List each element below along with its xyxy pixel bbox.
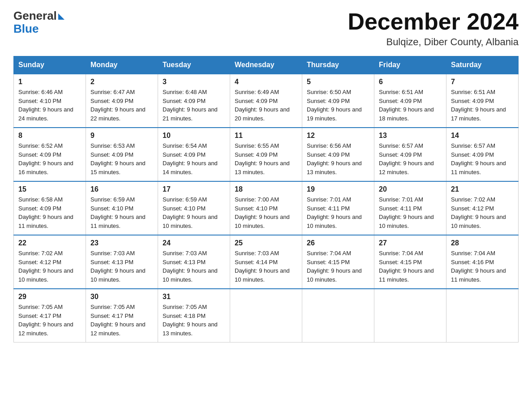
day-info: Sunrise: 7:01 AMSunset: 4:11 PMDaylight:…	[307, 195, 369, 230]
day-number: 26	[307, 239, 369, 247]
day-info: Sunrise: 7:00 AMSunset: 4:10 PMDaylight:…	[235, 195, 297, 230]
day-number: 28	[451, 239, 514, 247]
calendar-day: 31Sunrise: 7:05 AMSunset: 4:18 PMDayligh…	[158, 289, 230, 342]
day-number: 29	[18, 293, 81, 301]
day-header-tuesday: Tuesday	[158, 56, 230, 74]
calendar-day: 13Sunrise: 6:57 AMSunset: 4:09 PMDayligh…	[374, 128, 446, 181]
day-number: 2	[90, 78, 153, 86]
day-number: 3	[163, 78, 225, 86]
day-number: 7	[451, 78, 514, 86]
day-info: Sunrise: 7:03 AMSunset: 4:13 PMDaylight:…	[163, 249, 225, 284]
calendar-day: 15Sunrise: 6:58 AMSunset: 4:09 PMDayligh…	[14, 181, 86, 235]
calendar-week-1: 1Sunrise: 6:46 AMSunset: 4:10 PMDaylight…	[14, 74, 519, 128]
day-info: Sunrise: 6:49 AMSunset: 4:09 PMDaylight:…	[235, 88, 297, 123]
calendar-day: 10Sunrise: 6:54 AMSunset: 4:09 PMDayligh…	[158, 128, 230, 181]
day-number: 4	[235, 78, 297, 86]
day-info: Sunrise: 6:48 AMSunset: 4:09 PMDaylight:…	[163, 88, 225, 123]
day-info: Sunrise: 7:02 AMSunset: 4:12 PMDaylight:…	[451, 195, 514, 230]
calendar-day	[374, 289, 446, 342]
day-number: 12	[307, 132, 369, 140]
day-info: Sunrise: 7:03 AMSunset: 4:14 PMDaylight:…	[235, 249, 297, 284]
day-number: 5	[307, 78, 369, 86]
day-number: 17	[163, 185, 225, 193]
calendar-day: 9Sunrise: 6:53 AMSunset: 4:09 PMDaylight…	[86, 128, 158, 181]
day-info: Sunrise: 6:59 AMSunset: 4:10 PMDaylight:…	[90, 195, 153, 230]
day-info: Sunrise: 6:51 AMSunset: 4:09 PMDaylight:…	[379, 88, 442, 123]
calendar-week-2: 8Sunrise: 6:52 AMSunset: 4:09 PMDaylight…	[14, 128, 519, 181]
calendar-day	[302, 289, 374, 342]
page-header: General Blue December 2024 Bulqize, Dibe…	[13, 9, 519, 48]
logo: General Blue	[13, 9, 64, 36]
days-header-row: SundayMondayTuesdayWednesdayThursdayFrid…	[14, 56, 519, 74]
day-info: Sunrise: 7:02 AMSunset: 4:12 PMDaylight:…	[18, 249, 81, 284]
day-info: Sunrise: 6:50 AMSunset: 4:09 PMDaylight:…	[307, 88, 369, 123]
day-info: Sunrise: 6:53 AMSunset: 4:09 PMDaylight:…	[90, 141, 153, 176]
calendar-week-4: 22Sunrise: 7:02 AMSunset: 4:12 PMDayligh…	[14, 235, 519, 289]
logo-triangle-icon	[58, 13, 64, 20]
calendar-day	[446, 289, 519, 342]
calendar-day: 30Sunrise: 7:05 AMSunset: 4:17 PMDayligh…	[86, 289, 158, 342]
calendar-day: 11Sunrise: 6:55 AMSunset: 4:09 PMDayligh…	[230, 128, 302, 181]
calendar-day: 29Sunrise: 7:05 AMSunset: 4:17 PMDayligh…	[14, 289, 86, 342]
calendar-day: 1Sunrise: 6:46 AMSunset: 4:10 PMDaylight…	[14, 74, 86, 128]
day-number: 21	[451, 185, 514, 193]
day-info: Sunrise: 6:56 AMSunset: 4:09 PMDaylight:…	[307, 141, 369, 176]
day-header-sunday: Sunday	[14, 56, 86, 74]
day-info: Sunrise: 6:57 AMSunset: 4:09 PMDaylight:…	[379, 141, 442, 176]
day-info: Sunrise: 7:05 AMSunset: 4:17 PMDaylight:…	[18, 303, 81, 338]
day-number: 10	[163, 132, 225, 140]
day-header-saturday: Saturday	[446, 56, 519, 74]
day-number: 31	[163, 293, 225, 301]
day-info: Sunrise: 7:03 AMSunset: 4:13 PMDaylight:…	[90, 249, 153, 284]
day-header-monday: Monday	[86, 56, 158, 74]
day-info: Sunrise: 7:05 AMSunset: 4:17 PMDaylight:…	[90, 303, 153, 338]
calendar-day: 18Sunrise: 7:00 AMSunset: 4:10 PMDayligh…	[230, 181, 302, 235]
calendar-day: 23Sunrise: 7:03 AMSunset: 4:13 PMDayligh…	[86, 235, 158, 289]
calendar-day: 7Sunrise: 6:51 AMSunset: 4:09 PMDaylight…	[446, 74, 519, 128]
day-info: Sunrise: 6:51 AMSunset: 4:09 PMDaylight:…	[451, 88, 514, 123]
calendar-day: 2Sunrise: 6:47 AMSunset: 4:09 PMDaylight…	[86, 74, 158, 128]
month-title: December 2024	[348, 9, 519, 34]
day-number: 18	[235, 185, 297, 193]
day-info: Sunrise: 6:55 AMSunset: 4:09 PMDaylight:…	[235, 141, 297, 176]
day-number: 6	[379, 78, 442, 86]
calendar-day: 19Sunrise: 7:01 AMSunset: 4:11 PMDayligh…	[302, 181, 374, 235]
calendar-day: 6Sunrise: 6:51 AMSunset: 4:09 PMDaylight…	[374, 74, 446, 128]
title-block: December 2024 Bulqize, Diber County, Alb…	[348, 9, 519, 48]
day-number: 11	[235, 132, 297, 140]
day-info: Sunrise: 6:57 AMSunset: 4:09 PMDaylight:…	[451, 141, 514, 176]
day-number: 15	[18, 185, 81, 193]
day-number: 8	[18, 132, 81, 140]
calendar-day: 3Sunrise: 6:48 AMSunset: 4:09 PMDaylight…	[158, 74, 230, 128]
day-number: 16	[90, 185, 153, 193]
calendar-day: 16Sunrise: 6:59 AMSunset: 4:10 PMDayligh…	[86, 181, 158, 235]
calendar-day: 12Sunrise: 6:56 AMSunset: 4:09 PMDayligh…	[302, 128, 374, 181]
day-number: 25	[235, 239, 297, 247]
calendar-header: SundayMondayTuesdayWednesdayThursdayFrid…	[14, 56, 519, 74]
calendar-day: 14Sunrise: 6:57 AMSunset: 4:09 PMDayligh…	[446, 128, 519, 181]
calendar-day: 28Sunrise: 7:04 AMSunset: 4:16 PMDayligh…	[446, 235, 519, 289]
day-number: 9	[90, 132, 153, 140]
calendar-body: 1Sunrise: 6:46 AMSunset: 4:10 PMDaylight…	[14, 74, 519, 342]
calendar-week-5: 29Sunrise: 7:05 AMSunset: 4:17 PMDayligh…	[14, 289, 519, 342]
day-number: 13	[379, 132, 442, 140]
day-info: Sunrise: 7:04 AMSunset: 4:15 PMDaylight:…	[307, 249, 369, 284]
calendar-day: 21Sunrise: 7:02 AMSunset: 4:12 PMDayligh…	[446, 181, 519, 235]
day-info: Sunrise: 7:01 AMSunset: 4:11 PMDaylight:…	[379, 195, 442, 230]
day-number: 19	[307, 185, 369, 193]
calendar-table: SundayMondayTuesdayWednesdayThursdayFrid…	[13, 56, 519, 342]
calendar-day: 5Sunrise: 6:50 AMSunset: 4:09 PMDaylight…	[302, 74, 374, 128]
calendar-day: 17Sunrise: 6:59 AMSunset: 4:10 PMDayligh…	[158, 181, 230, 235]
day-number: 22	[18, 239, 81, 247]
day-number: 1	[18, 78, 81, 86]
day-number: 20	[379, 185, 442, 193]
calendar-week-3: 15Sunrise: 6:58 AMSunset: 4:09 PMDayligh…	[14, 181, 519, 235]
calendar-day: 4Sunrise: 6:49 AMSunset: 4:09 PMDaylight…	[230, 74, 302, 128]
day-info: Sunrise: 6:52 AMSunset: 4:09 PMDaylight:…	[18, 141, 81, 176]
day-info: Sunrise: 7:04 AMSunset: 4:15 PMDaylight:…	[379, 249, 442, 284]
calendar-day: 27Sunrise: 7:04 AMSunset: 4:15 PMDayligh…	[374, 235, 446, 289]
calendar-day: 20Sunrise: 7:01 AMSunset: 4:11 PMDayligh…	[374, 181, 446, 235]
day-info: Sunrise: 7:05 AMSunset: 4:18 PMDaylight:…	[163, 303, 225, 338]
logo-general-text: General	[13, 9, 57, 23]
day-number: 23	[90, 239, 153, 247]
